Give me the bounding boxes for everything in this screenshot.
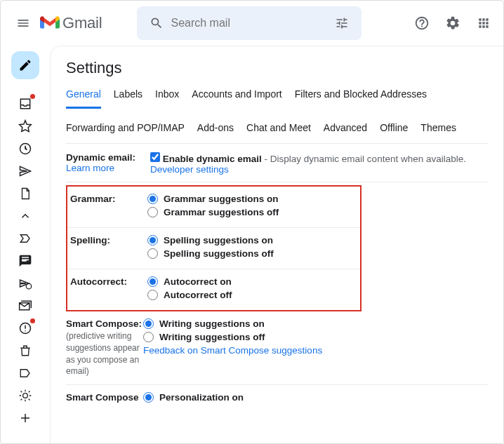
rail-scheduled[interactable] [16,274,34,292]
svg-point-1 [26,283,32,289]
gear-icon [18,389,32,403]
rail-snoozed[interactable] [16,140,34,158]
enable-dynamic-email-label: Enable dynamic email [163,154,262,164]
apps-button[interactable] [470,9,498,37]
search-icon [150,16,164,30]
gmail-logo[interactable]: Gmail [40,14,123,32]
section-smart-compose-personalization: Smart Compose Personalization on [66,385,488,412]
left-nav-rail [1,46,50,444]
spelling-on-radio[interactable] [147,235,158,245]
rail-create-label[interactable] [16,409,34,427]
smart-compose-pers-label: Smart Compose [66,392,143,405]
settings-tabs-row-2: Forwarding and POP/IMAP Add-ons Chat and… [66,112,488,144]
tab-advanced[interactable]: Advanced [324,122,367,133]
tab-chat[interactable]: Chat and Meet [246,122,311,133]
rail-collapse[interactable] [16,207,34,225]
help-icon [414,15,430,31]
tab-general[interactable]: General [66,88,101,109]
pencil-icon [18,58,32,72]
rail-all-mail[interactable] [16,297,34,315]
section-spelling: Spelling: Spelling suggestions on Spelli… [67,228,360,269]
rail-categories[interactable] [16,364,34,382]
all-mail-icon [18,299,32,313]
dynamic-email-label: Dynamic email: [66,152,135,163]
autocorrect-off-label[interactable]: Autocorrect off [164,290,232,300]
tab-addons[interactable]: Add-ons [197,122,234,133]
grammar-on-label[interactable]: Grammar suggestions on [164,194,279,204]
hamburger-icon [16,16,30,30]
grammar-label: Grammar: [70,194,147,220]
highlighted-region: Grammar: Grammar suggestions on Grammar … [66,185,362,311]
tab-accounts[interactable]: Accounts and Import [192,88,281,109]
enable-dynamic-email-checkbox[interactable] [150,152,160,162]
trash-icon [19,344,32,358]
support-button[interactable] [408,9,436,37]
smart-compose-sub: (predictive writing suggestions appear a… [66,330,143,377]
spelling-label: Spelling: [70,235,147,262]
search-input[interactable] [171,17,328,29]
learn-more-link[interactable]: Learn more [66,163,114,173]
chat-icon [18,254,32,268]
tab-inbox[interactable]: Inbox [155,88,179,109]
smart-compose-off-label[interactable]: Writing suggestions off [159,332,265,342]
smart-compose-on-radio[interactable] [143,318,154,329]
tab-filters[interactable]: Filters and Blocked Addresses [295,88,427,109]
rail-inbox[interactable] [16,95,34,113]
rail-starred[interactable] [16,117,34,135]
tab-themes[interactable]: Themes [420,122,456,133]
autocorrect-on-label[interactable]: Autocorrect on [164,276,232,287]
compose-button[interactable] [11,51,39,79]
gmail-logo-icon [40,15,60,31]
tab-labels[interactable]: Labels [114,88,142,109]
important-icon [18,232,32,245]
rail-sent[interactable] [16,162,34,180]
tab-offline[interactable]: Offline [380,122,408,133]
rail-manage-labels[interactable] [16,386,34,405]
main-menu-button[interactable] [6,6,40,40]
grammar-on-radio[interactable] [147,194,158,204]
rail-chats[interactable] [16,252,34,270]
search-bar[interactable] [137,6,362,40]
dynamic-email-desc: - Display dynamic email content when ava… [262,154,466,164]
chevron-up-icon [19,210,32,222]
personalization-on-radio[interactable] [143,392,154,403]
settings-tabs-row-1: General Labels Inbox Accounts and Import… [66,88,488,109]
app-name: Gmail [62,14,102,32]
file-icon [19,187,32,201]
smart-compose-off-radio[interactable] [143,332,154,342]
autocorrect-label: Autocorrect: [70,276,147,303]
inbox-icon [18,97,32,111]
section-grammar: Grammar: Grammar suggestions on Grammar … [67,187,360,228]
spelling-off-radio[interactable] [147,248,158,259]
section-smart-compose: Smart Compose: (predictive writing sugge… [66,311,488,385]
gear-icon [445,15,460,31]
grammar-off-label[interactable]: Grammar suggestions off [164,207,279,217]
rail-important[interactable] [16,229,34,248]
star-icon [18,119,32,133]
autocorrect-on-radio[interactable] [147,276,158,287]
settings-button[interactable] [439,9,467,37]
grammar-off-radio[interactable] [147,207,158,217]
rail-drafts[interactable] [16,184,34,203]
search-button[interactable] [142,9,171,37]
tab-forwarding[interactable]: Forwarding and POP/IMAP [66,122,185,133]
search-options-button[interactable] [328,9,356,37]
rail-spam[interactable] [16,319,34,337]
personalization-on-label[interactable]: Personalization on [159,392,244,403]
rail-trash[interactable] [16,342,34,360]
developer-settings-link[interactable]: Developer settings [150,164,229,175]
smart-compose-feedback-link[interactable]: Feedback on Smart Compose suggestions [143,345,322,356]
spelling-off-label[interactable]: Spelling suggestions off [164,248,274,259]
app-header: Gmail [1,1,503,46]
settings-panel: Settings General Labels Inbox Accounts a… [50,46,503,444]
tune-icon [335,16,349,30]
smart-compose-on-label[interactable]: Writing suggestions on [159,318,265,329]
send-icon [18,164,32,178]
spam-icon [18,321,32,335]
header-actions [408,9,498,37]
notification-dot [30,318,35,323]
autocorrect-off-radio[interactable] [147,290,158,300]
clock-icon [18,142,32,156]
spelling-on-label[interactable]: Spelling suggestions on [164,235,273,245]
section-autocorrect: Autocorrect: Autocorrect on Autocorrect … [67,269,360,310]
